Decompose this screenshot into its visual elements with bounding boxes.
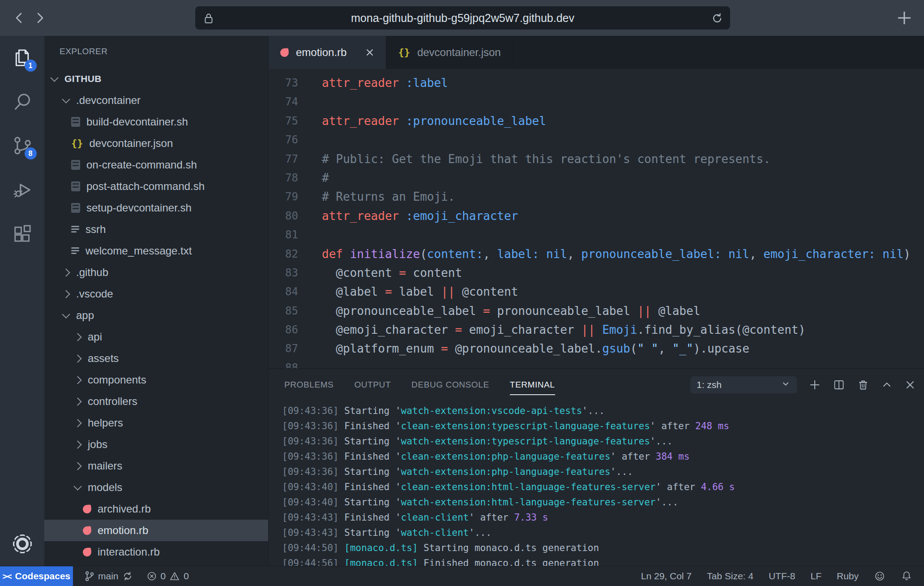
terminal-line: [09:43:36] Starting 'watch-extension:vsc… xyxy=(282,403,924,418)
eol-indicator[interactable]: LF xyxy=(810,571,821,582)
tree-item-helpers[interactable]: helpers xyxy=(44,412,269,434)
tree-item-label: models xyxy=(88,481,122,494)
notifications-bell-icon[interactable] xyxy=(901,570,912,582)
branch-indicator[interactable]: main xyxy=(85,571,133,582)
activity-extensions-button[interactable] xyxy=(0,211,44,255)
terminal-line: [09:43:43] Finished 'clean-client' after… xyxy=(282,510,924,525)
new-tab-button[interactable] xyxy=(894,8,914,30)
error-icon xyxy=(146,571,157,582)
tree-item-api[interactable]: api xyxy=(44,326,269,348)
tree-item-github[interactable]: GITHUB xyxy=(44,68,269,90)
tree-item-post-attach-command-sh[interactable]: post-attach-command.sh xyxy=(44,176,269,197)
tab-size-indicator[interactable]: Tab Size: 4 xyxy=(707,571,753,582)
gear-icon xyxy=(12,534,33,554)
panel-tab-problems[interactable]: PROBLEMS xyxy=(284,369,334,401)
editor-tab-emotion-rb[interactable]: emotion.rb xyxy=(269,36,386,69)
close-icon[interactable] xyxy=(365,48,374,57)
panel-tab-output[interactable]: OUTPUT xyxy=(354,369,391,401)
maximize-panel-button[interactable] xyxy=(881,379,893,391)
source-control-badge: 8 xyxy=(25,147,37,159)
panel-tab-debug-console[interactable]: DEBUG CONSOLE xyxy=(411,369,489,401)
tree-item-mailers[interactable]: mailers xyxy=(44,455,269,477)
tree-item-jobs[interactable]: jobs xyxy=(44,434,269,455)
feedback-smiley-icon[interactable] xyxy=(874,570,886,582)
tree-item-archived-rb[interactable]: archived.rb xyxy=(44,498,269,520)
browser-back-button[interactable] xyxy=(11,10,27,26)
tree-item--github[interactable]: .github xyxy=(44,262,269,283)
tree-item-setup-devcontainer-sh[interactable]: setup-devcontainer.sh xyxy=(44,197,269,219)
vscode-workbench: 1 8 xyxy=(0,36,924,566)
code-text: @emoji_character = emoji_character || Em… xyxy=(322,320,805,339)
line-number: 84 xyxy=(269,282,298,301)
tree-item-welcome-message-txt[interactable]: welcome_message.txt xyxy=(44,240,269,262)
editor-tab-bar: emotion.rb{}devcontainer.json xyxy=(269,36,924,69)
terminal-output[interactable]: [09:43:36] Starting 'watch-extension:vsc… xyxy=(269,401,924,567)
tree-item-interaction-rb[interactable]: interaction.rb xyxy=(44,541,269,563)
terminal-line: [09:43:40] Finished 'clean-extension:htm… xyxy=(282,479,924,495)
explorer-sidebar: EXPLORER GITHUB.devcontainerbuild-devcon… xyxy=(44,36,269,566)
codespaces-remote-button[interactable]: >< Codespaces xyxy=(0,566,73,586)
tree-item--vscode[interactable]: .vscode xyxy=(44,283,269,305)
activity-bar: 1 8 xyxy=(0,36,44,566)
code-text: @content = content xyxy=(322,263,462,282)
activity-run-debug-button[interactable] xyxy=(0,168,44,211)
language-mode[interactable]: Ruby xyxy=(837,571,859,582)
editor-region: emotion.rb{}devcontainer.json 73attr_rea… xyxy=(269,36,924,566)
activity-source-control-button[interactable]: 8 xyxy=(0,124,44,168)
tree-item-app[interactable]: app xyxy=(44,305,269,326)
new-terminal-button[interactable] xyxy=(808,379,821,391)
tree-item-label: post-attach-command.sh xyxy=(86,180,205,193)
lock-icon xyxy=(203,13,214,26)
activity-search-button[interactable] xyxy=(0,80,44,124)
address-bar[interactable]: mona-github-github-g59jpq2w5w7.github.de… xyxy=(195,6,731,30)
tree-item-controllers[interactable]: controllers xyxy=(44,391,269,412)
tree-item-models[interactable]: models xyxy=(44,477,269,498)
tree-item-components[interactable]: components xyxy=(44,369,269,391)
line-number: 85 xyxy=(269,302,298,320)
cursor-position[interactable]: Ln 29, Col 7 xyxy=(641,571,692,582)
line-number: 87 xyxy=(269,339,298,358)
terminal-line: [09:43:36] Finished 'clean-extension:typ… xyxy=(282,418,924,434)
reload-icon[interactable] xyxy=(711,13,723,26)
close-panel-button[interactable] xyxy=(904,379,916,391)
sync-icon xyxy=(122,571,133,582)
tree-item-label: build-devcontainer.sh xyxy=(86,116,188,128)
editor-tab-devcontainer-json[interactable]: {}devcontainer.json xyxy=(386,36,513,69)
split-terminal-button[interactable] xyxy=(833,379,845,391)
browser-chrome: mona-github-github-g59jpq2w5w7.github.de… xyxy=(0,0,924,36)
line-number: 75 xyxy=(269,112,298,130)
line-number: 86 xyxy=(269,320,298,339)
terminal-line: [09:44:56] [monaco.d.ts] Finished monaco… xyxy=(282,556,924,567)
chevron-right-icon xyxy=(73,419,81,427)
browser-forward-button[interactable] xyxy=(32,10,48,26)
code-text: attr_reader :pronounceable_label xyxy=(322,112,546,130)
code-editor[interactable]: 73attr_reader :label7475attr_reader :pro… xyxy=(269,69,924,368)
terminal-shell-selector[interactable]: 1: zsh xyxy=(690,376,797,393)
error-count: 0 xyxy=(161,571,166,582)
tree-item-on-create-command-sh[interactable]: on-create-command.sh xyxy=(44,154,269,176)
code-text: # Returns an Emoji. xyxy=(322,187,455,206)
plus-icon xyxy=(808,379,821,391)
chevron-right-icon xyxy=(73,333,81,341)
panel-tab-terminal[interactable]: TERMINAL xyxy=(510,369,555,401)
tree-item-label: components xyxy=(88,374,146,386)
kill-terminal-button[interactable] xyxy=(857,379,869,391)
encoding-indicator[interactable]: UTF-8 xyxy=(769,571,796,582)
tree-item-ssrh[interactable]: ssrh xyxy=(44,219,269,240)
chevron-right-icon xyxy=(73,397,81,405)
tree-item-assets[interactable]: assets xyxy=(44,348,269,369)
tree-item-devcontainer-json[interactable]: {}devcontainer.json xyxy=(44,133,269,154)
problems-indicator[interactable]: 0 0 xyxy=(146,571,189,582)
activity-explorer-button[interactable]: 1 xyxy=(0,36,44,80)
ruby-file-icon xyxy=(280,48,289,57)
ruby-file-icon xyxy=(82,547,92,557)
tree-item-label: helpers xyxy=(88,417,123,429)
code-line: 77# Public: Get the Emoji that this reac… xyxy=(269,150,924,168)
tree-item-emotion-rb[interactable]: emotion.rb xyxy=(44,520,269,541)
trash-icon xyxy=(857,379,869,391)
tree-item--devcontainer[interactable]: .devcontainer xyxy=(44,90,269,111)
tree-item-build-devcontainer-sh[interactable]: build-devcontainer.sh xyxy=(44,111,269,133)
code-text: def initialize(content:, label: nil, pro… xyxy=(322,245,911,263)
settings-button[interactable] xyxy=(0,534,44,554)
text-file-icon xyxy=(71,226,79,233)
